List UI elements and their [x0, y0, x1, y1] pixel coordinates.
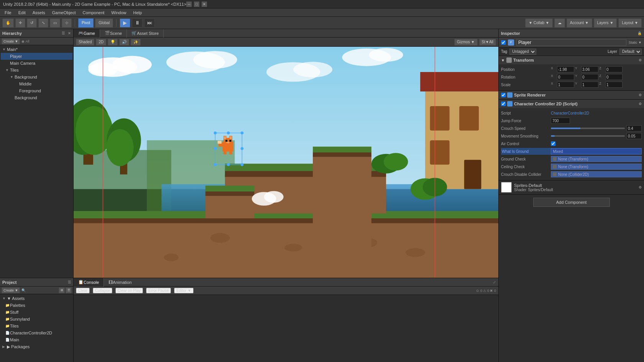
- menu-assets[interactable]: Assets: [30, 10, 48, 16]
- obj-name-input[interactable]: [516, 39, 626, 46]
- hierarchy-item-player[interactable]: Player: [1, 53, 72, 60]
- menu-gameobject[interactable]: GameObject: [49, 10, 79, 16]
- menu-help[interactable]: Help: [130, 10, 145, 16]
- hierarchy-create-btn[interactable]: Create ▼: [2, 38, 20, 44]
- effects-button[interactable]: ✨: [131, 39, 141, 46]
- scale-x-input[interactable]: [557, 82, 574, 88]
- static-label[interactable]: Static ▼: [629, 41, 642, 44]
- tab-game[interactable]: 🎮 Game: [74, 29, 100, 38]
- crouchspeed-slider[interactable]: [551, 128, 625, 129]
- transform-title: Transform: [513, 58, 637, 62]
- tab-animation[interactable]: 🎞 Animation: [104, 278, 136, 287]
- sprites-settings-icon[interactable]: ⚙: [639, 185, 642, 189]
- minimize-button[interactable]: ─: [186, 2, 192, 7]
- error-pause-button[interactable]: Error Pause: [146, 288, 171, 293]
- hierarchy-item-middle[interactable]: Middle: [1, 80, 72, 87]
- project-item-charactercontroller[interactable]: 📄 CharacterController2D: [1, 329, 72, 336]
- step-button[interactable]: ⏭: [144, 18, 155, 28]
- hierarchy-item-bg[interactable]: ▼ Background: [1, 74, 72, 80]
- global-button[interactable]: Global: [95, 18, 113, 28]
- stats-button[interactable]: St▼All: [479, 39, 496, 46]
- hierarchy-item-foreground[interactable]: Foreground: [1, 87, 72, 94]
- project-assets-item[interactable]: ▼ ▼ Assets: [1, 295, 72, 302]
- rot-z-input[interactable]: [605, 74, 623, 80]
- project-item-main[interactable]: 📄 Main: [1, 336, 72, 343]
- hierarchy-item-tiles[interactable]: ▼ Tiles: [1, 67, 72, 74]
- account-button[interactable]: Account ▼: [567, 18, 592, 28]
- move-tool[interactable]: ✛: [15, 18, 25, 28]
- rotate-tool[interactable]: ↺: [27, 18, 37, 28]
- jumpforce-input[interactable]: [551, 118, 570, 124]
- scale-tool[interactable]: ⤡: [38, 18, 48, 28]
- pos-y-input[interactable]: [581, 66, 598, 72]
- sprite-renderer-header[interactable]: Sprite Renderer ⚙: [499, 91, 644, 99]
- sprite-renderer-checkbox[interactable]: [501, 93, 506, 97]
- audio-button[interactable]: 🔊: [119, 39, 129, 46]
- play-button[interactable]: ▶: [120, 18, 130, 28]
- clear-button[interactable]: Clear: [76, 288, 90, 293]
- obj-active-checkbox[interactable]: [501, 40, 506, 45]
- hierarchy-item-main[interactable]: ▼ Main*: [1, 46, 72, 53]
- ceilingcheck-value[interactable]: None (Transform): [558, 165, 588, 169]
- project-item-sunnyland[interactable]: 📁 Sunnyland: [1, 316, 72, 323]
- collab-button[interactable]: ▼ Collab ▼: [525, 18, 553, 28]
- project-icons-btn[interactable]: ⊞: [59, 287, 65, 293]
- rect-tool[interactable]: ▭: [50, 18, 60, 28]
- hierarchy-item-maincamera[interactable]: Main Camera: [1, 60, 72, 67]
- scale-y-input[interactable]: [581, 82, 598, 88]
- smoothing-input[interactable]: [626, 133, 642, 139]
- crouchspeed-input[interactable]: [626, 125, 642, 131]
- layer-select[interactable]: Default: [619, 49, 642, 55]
- lights-button[interactable]: 💡: [108, 39, 118, 46]
- hand-tool[interactable]: ✋: [2, 18, 14, 28]
- aircontrol-checkbox[interactable]: [551, 141, 555, 146]
- shaded-button[interactable]: Shaded: [76, 39, 94, 46]
- crouchdisable-value[interactable]: None (Collider2D): [558, 172, 589, 177]
- smoothing-slider[interactable]: [551, 135, 625, 137]
- cloud-button[interactable]: ☁: [554, 18, 565, 28]
- tab-console[interactable]: 📋 Console: [74, 278, 104, 287]
- tag-select[interactable]: Untagged: [509, 49, 536, 55]
- menu-file[interactable]: File: [2, 10, 15, 16]
- tab-asset-store[interactable]: 🛒 Asset Store: [127, 29, 164, 38]
- cc-menu[interactable]: ⚙: [639, 102, 642, 106]
- pause-button[interactable]: ⏸: [132, 18, 143, 28]
- cc-header[interactable]: Character Controller 2D (Script) ⚙: [499, 100, 644, 108]
- collapse-button[interactable]: Collapse: [93, 288, 112, 293]
- rot-y-input[interactable]: [581, 74, 598, 80]
- add-component-button[interactable]: Add Component: [533, 198, 610, 207]
- close-button[interactable]: ✕: [202, 2, 207, 7]
- sprite-renderer-menu[interactable]: ⚙: [639, 93, 642, 97]
- script-value[interactable]: CharacterController2D: [551, 111, 642, 115]
- 2d-button[interactable]: 2D: [96, 39, 106, 46]
- tag-label: Tag: [501, 49, 507, 54]
- project-item-stuff[interactable]: 📁 Stuff: [1, 309, 72, 316]
- project-create-btn[interactable]: Create ▼: [2, 287, 20, 293]
- layers-button[interactable]: Layers ▼: [594, 18, 617, 28]
- rot-x-input[interactable]: [557, 74, 574, 80]
- multi-tool[interactable]: ⊹: [62, 18, 72, 28]
- menu-edit[interactable]: Edit: [15, 10, 29, 16]
- transform-menu-icon[interactable]: ⚙: [639, 58, 642, 62]
- scale-z-input[interactable]: [605, 82, 623, 88]
- menu-component[interactable]: Component: [79, 10, 107, 16]
- menu-window[interactable]: Window: [108, 10, 129, 16]
- editor-dropdown-button[interactable]: Editor ▼: [174, 288, 194, 293]
- groundcheck-value[interactable]: None (Transform): [558, 157, 588, 161]
- tab-scene[interactable]: 🎬 Scene: [100, 29, 127, 38]
- pos-x-input[interactable]: [557, 66, 574, 72]
- clear-on-play-button[interactable]: Clear on Play: [115, 288, 143, 293]
- hierarchy-item-background2[interactable]: Background: [1, 94, 72, 101]
- project-packages-item[interactable]: ▶ ▶ Packages: [1, 343, 72, 350]
- cc-checkbox[interactable]: [501, 102, 506, 106]
- gizmos-button[interactable]: Gizmos ▼: [454, 39, 478, 46]
- project-item-palettes[interactable]: 📁 Palettes: [1, 302, 72, 309]
- project-list-btn[interactable]: ☰: [66, 287, 72, 293]
- transform-header[interactable]: ▼ Transform ⚙: [499, 56, 644, 64]
- maximize-button[interactable]: □: [194, 2, 199, 7]
- project-item-tiles[interactable]: 📁 Tiles: [1, 323, 72, 329]
- pivot-button[interactable]: Pivot: [78, 18, 94, 28]
- pos-z-input[interactable]: [605, 66, 623, 72]
- layout-button[interactable]: Layout ▼: [618, 18, 642, 28]
- game-view[interactable]: [74, 47, 498, 278]
